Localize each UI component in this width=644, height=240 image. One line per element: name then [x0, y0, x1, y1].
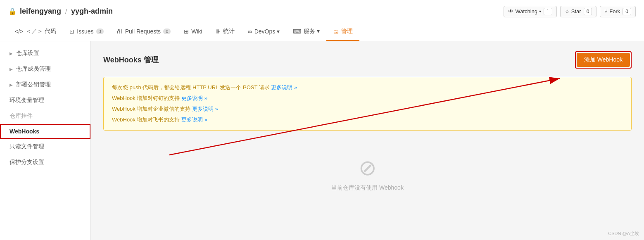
info-line-1: 每次您 push 代码后，都会给远程 HTTP URL 发送一个 POST 请求… [112, 84, 623, 91]
tab-code[interactable]: </> ＜／＞ 代码 [8, 23, 63, 41]
info-link-2[interactable]: 更多说明 » [181, 95, 207, 101]
info-box: 每次您 push 代码后，都会给远程 HTTP URL 发送一个 POST 请求… [103, 77, 632, 131]
sidebar-label-repo-plugin: 仓库挂件 [10, 112, 33, 120]
eye-icon: 👁 [508, 8, 513, 14]
content-header: WebHooks 管理 添加 WebHook [103, 51, 632, 69]
tab-service[interactable]: ⌨ 服务 ▾ [286, 23, 326, 41]
sidebar-item-branch-protect[interactable]: 保护分支设置 [0, 154, 90, 170]
sidebar-label-webhooks: WebHooks [10, 128, 39, 135]
sidebar-item-env-vars[interactable]: 环境变量管理 [0, 93, 90, 108]
pr-icon: ⛙ [117, 28, 123, 35]
wiki-icon: ⊞ [184, 28, 189, 35]
sidebar-item-readonly-files[interactable]: 只读文件管理 [0, 139, 90, 154]
chevron-icon: ▶ [10, 83, 13, 87]
add-webhook-button[interactable]: 添加 WebHook [577, 53, 630, 67]
tab-devops-label: DevOps ▾ [254, 28, 280, 35]
watching-label: Watching [515, 8, 537, 14]
info-text-4: WebHook 增加对飞书的支持 [112, 116, 181, 123]
watermark: CSDN @A尘埃 [608, 230, 639, 237]
service-icon: ⌨ [293, 28, 301, 35]
fork-label: Fork [609, 8, 620, 14]
sidebar: ▶ 仓库设置 ▶ 仓库成员管理 ▶ 部署公钥管理 环境变量管理 仓库挂件 Web… [0, 41, 91, 240]
tab-stats-label: 统计 [223, 28, 235, 35]
stats-icon: ⊪ [216, 28, 221, 35]
main-content: WebHooks 管理 添加 WebHook 每次您 push 代码后，都会给远… [91, 41, 644, 240]
info-text-1: 每次您 push 代码后，都会给远程 HTTP URL 发送一个 POST 请求 [112, 84, 271, 90]
tab-issues[interactable]: ⊡ Issues 0 [63, 23, 110, 41]
dropdown-icon: ▾ [539, 9, 541, 14]
tab-issues-label: Issues [77, 28, 93, 35]
tab-manage[interactable]: 🗂 管理 [326, 23, 359, 41]
slash: / [65, 8, 67, 15]
tab-code-label: ＜／＞ 代码 [26, 28, 56, 35]
repo-info: 🔒 leifengyang / yygh-admin [8, 7, 113, 16]
info-line-2: WebHook 增加对钉钉的支持 更多说明 » [112, 95, 623, 102]
repo-name[interactable]: yygh-admin [71, 7, 113, 16]
tab-service-label: 服务 ▾ [304, 28, 320, 35]
info-text-3: WebHook 增加对企业微信的支持 [112, 106, 192, 112]
repo-owner[interactable]: leifengyang [20, 7, 61, 16]
fork-icon: ⑂ [604, 8, 608, 14]
info-link-3[interactable]: 更多说明 » [192, 106, 218, 112]
sidebar-label-branch-protect: 保护分支设置 [10, 159, 44, 166]
sidebar-item-webhooks[interactable]: WebHooks [0, 124, 90, 139]
star-label: Star [571, 8, 581, 14]
sidebar-item-member-manage[interactable]: ▶ 仓库成员管理 [0, 61, 90, 77]
fork-count: 0 [623, 8, 631, 15]
tab-wiki-label: Wiki [191, 28, 202, 35]
info-link-1[interactable]: 更多说明 » [271, 84, 297, 90]
sidebar-item-repo-settings[interactable]: ▶ 仓库设置 [0, 45, 90, 61]
tab-manage-label: 管理 [341, 28, 353, 35]
empty-text: 当前仓库没有使用 Webhook [120, 184, 615, 192]
empty-icon: ⊘ [120, 155, 615, 180]
main-layout: ▶ 仓库设置 ▶ 仓库成员管理 ▶ 部署公钥管理 环境变量管理 仓库挂件 Web… [0, 41, 644, 240]
add-button-wrapper: 添加 WebHook [575, 51, 632, 69]
sidebar-label-deploy-key: 部署公钥管理 [16, 81, 51, 88]
info-line-4: WebHook 增加对飞书的支持 更多说明 » [112, 116, 623, 124]
info-line-3: WebHook 增加对企业微信的支持 更多说明 » [112, 105, 623, 113]
info-link-4[interactable]: 更多说明 » [181, 116, 207, 123]
star-icon: ☆ [565, 8, 570, 14]
tab-stats[interactable]: ⊪ 统计 [209, 23, 241, 41]
repo-actions: 👁 Watching ▾ 1 ☆ Star 0 ⑂ Fork 0 [504, 6, 636, 17]
tab-pr-label: Pull Requests [125, 28, 161, 35]
empty-state: ⊘ 当前仓库没有使用 Webhook [103, 139, 632, 208]
sidebar-item-deploy-key[interactable]: ▶ 部署公钥管理 [0, 77, 90, 93]
code-icon: </> [15, 28, 23, 35]
issues-icon: ⊡ [69, 28, 74, 35]
chevron-icon: ▶ [10, 51, 13, 56]
chevron-icon: ▶ [10, 67, 13, 71]
lock-icon: 🔒 [8, 7, 17, 15]
sidebar-item-repo-plugin: 仓库挂件 [0, 108, 90, 124]
sidebar-label-env-vars: 环境变量管理 [10, 97, 44, 104]
fork-button[interactable]: ⑂ Fork 0 [600, 6, 636, 17]
sidebar-label-repo-settings: 仓库设置 [16, 50, 39, 57]
tab-pr[interactable]: ⛙ Pull Requests 0 [110, 23, 178, 41]
devops-icon: ∞ [248, 28, 252, 35]
tab-devops[interactable]: ∞ DevOps ▾ [241, 23, 286, 41]
issues-badge: 0 [96, 29, 104, 34]
star-button[interactable]: ☆ Star 0 [560, 6, 597, 17]
pr-badge: 0 [163, 29, 171, 34]
watching-count: 1 [544, 8, 552, 15]
info-text-2: WebHook 增加对钉钉的支持 [112, 95, 181, 101]
page-title: WebHooks 管理 [103, 55, 159, 65]
star-count: 0 [584, 8, 592, 15]
header: 🔒 leifengyang / yygh-admin 👁 Watching ▾ … [0, 0, 644, 23]
nav-tabs: </> ＜／＞ 代码 ⊡ Issues 0 ⛙ Pull Requests 0 … [0, 23, 644, 41]
tab-wiki[interactable]: ⊞ Wiki [177, 23, 209, 41]
sidebar-label-readonly-files: 只读文件管理 [10, 143, 44, 150]
sidebar-label-member-manage: 仓库成员管理 [16, 65, 51, 73]
manage-icon: 🗂 [333, 28, 339, 35]
watching-button[interactable]: 👁 Watching ▾ 1 [504, 6, 556, 17]
